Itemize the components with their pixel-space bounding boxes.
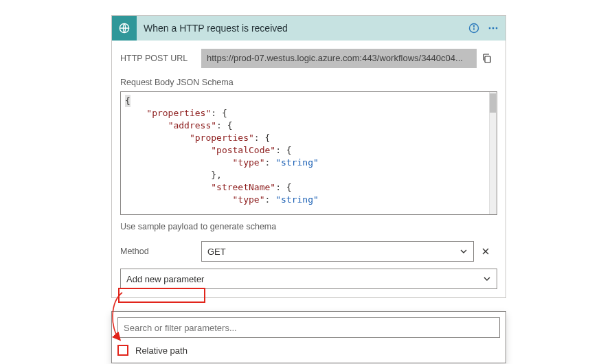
add-new-parameter-dropdown[interactable]: Add new parameter [120,269,497,289]
parameter-popover: Relative path [111,311,506,363]
copy-url-button[interactable] [477,53,497,64]
card-header: When a HTTP request is received [112,16,506,41]
method-clear-button[interactable] [474,241,497,262]
svg-rect-7 [485,56,490,62]
schema-label: Request Body JSON Schema [120,78,497,87]
method-select[interactable]: GET [201,241,474,262]
card-body: HTTP POST URL https://prod-07.westus.log… [112,41,506,289]
schema-textarea[interactable]: { "properties": { "address": { "properti… [120,91,497,215]
parameter-option-label: Relative path [135,345,188,356]
parameter-option-relative-path[interactable]: Relative path [117,345,500,356]
url-row: HTTP POST URL https://prod-07.westus.log… [120,49,497,68]
info-icon[interactable] [464,19,484,38]
svg-point-3 [473,25,474,26]
schema-scrollbar[interactable] [489,92,497,214]
trigger-card: When a HTTP request is received HTTP POS… [111,15,506,298]
more-icon[interactable] [484,19,503,38]
method-value: GET [207,247,226,257]
url-value[interactable]: https://prod-07.westus.logic.azure.com:4… [201,49,477,68]
relative-path-checkbox[interactable] [117,345,128,356]
connector-icon-box [112,16,137,41]
svg-point-4 [489,27,491,30]
svg-point-6 [496,27,498,30]
svg-point-5 [492,27,495,30]
method-label: Method [120,247,201,256]
chevron-down-icon [459,247,468,255]
request-icon [117,21,131,35]
use-sample-payload-link[interactable]: Use sample payload to generate schema [120,215,497,241]
close-icon [481,247,490,255]
url-label: HTTP POST URL [120,54,201,63]
copy-icon [481,53,492,64]
card-title: When a HTTP request is received [137,23,464,34]
chevron-down-icon [483,275,491,283]
add-new-parameter-label: Add new parameter [126,274,204,284]
method-row: Method GET [120,241,497,262]
parameter-search-input[interactable] [117,317,500,338]
